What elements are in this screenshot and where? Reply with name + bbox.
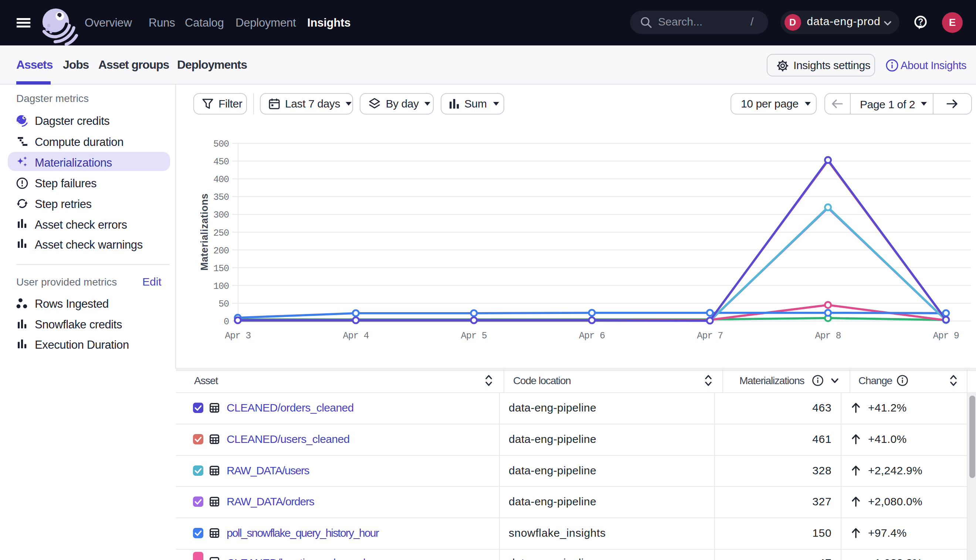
svg-text:Apr 8: Apr 8 bbox=[815, 331, 841, 341]
svg-text:Apr 5: Apr 5 bbox=[461, 331, 487, 341]
svg-text:350: 350 bbox=[213, 192, 229, 203]
svg-text:200: 200 bbox=[213, 246, 229, 257]
svg-text:0: 0 bbox=[224, 317, 229, 327]
svg-text:?: ? bbox=[918, 17, 923, 27]
svg-text:100: 100 bbox=[213, 281, 229, 292]
svg-text:Apr 4: Apr 4 bbox=[343, 331, 369, 341]
svg-text:50: 50 bbox=[219, 299, 229, 310]
svg-text:Materializations: Materializations bbox=[199, 193, 210, 271]
svg-text:Apr 3: Apr 3 bbox=[225, 331, 251, 341]
svg-text:150: 150 bbox=[213, 263, 229, 274]
svg-text:250: 250 bbox=[213, 228, 229, 238]
svg-text:Apr 7: Apr 7 bbox=[697, 331, 723, 341]
svg-text:Apr 6: Apr 6 bbox=[579, 331, 605, 341]
svg-text:400: 400 bbox=[213, 174, 229, 185]
svg-text:500: 500 bbox=[213, 139, 229, 150]
svg-text:Apr 9: Apr 9 bbox=[933, 331, 959, 341]
svg-text:450: 450 bbox=[213, 157, 229, 167]
svg-text:300: 300 bbox=[213, 210, 229, 220]
